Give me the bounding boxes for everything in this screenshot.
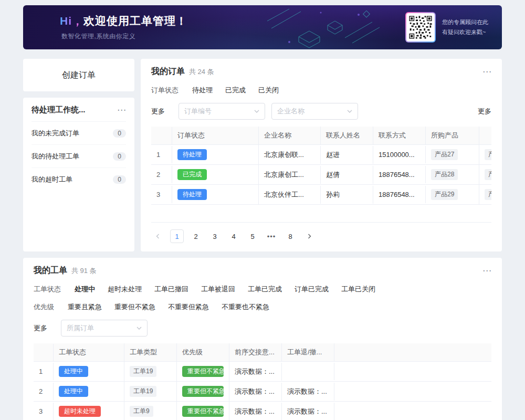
priority-badge: 重要但不紧急: [182, 366, 224, 377]
orders-more-menu-icon[interactable]: ⋯: [482, 67, 491, 76]
table-row[interactable]: 1 待处理 北京康创联... 赵进 15100000... 产品27 产: [151, 145, 491, 165]
company-name-select[interactable]: 企业名称: [271, 103, 358, 120]
filter-option-order-done[interactable]: 订单已完成: [295, 285, 329, 294]
banner-text-block: Hi，欢迎使用工单管理！ 数智化管理,系统由你定义: [60, 14, 187, 41]
orders-table-header: 订单状态 企业名称 联系人姓名 联系方式 所购产品: [151, 127, 491, 145]
pagination-page-2[interactable]: 2: [189, 229, 203, 243]
pagination-page-3[interactable]: 3: [208, 229, 222, 243]
column-header-withdraw: 工单退/撤...: [282, 343, 334, 361]
filter-option-done[interactable]: 已完成: [225, 86, 246, 95]
filter-option-not-important-not-urgent[interactable]: 不重要也不紧急: [222, 302, 269, 312]
row-index: 3: [34, 403, 54, 420]
banner-title-hi: Hi，: [60, 15, 83, 27]
table-row[interactable]: 1 处理中 工单19 重要但不紧急 演示数据：...: [34, 362, 491, 382]
column-header-handover: 前序交接意...: [229, 343, 282, 361]
filter-option-processing[interactable]: 处理中: [75, 285, 95, 294]
handover-cell: 演示数据：...: [229, 363, 282, 381]
list-item[interactable]: 我的待处理工单 0: [32, 145, 126, 168]
table-row[interactable]: 3 超时未处理 工单9 重要但不紧急 演示数据：... 演示数据：...: [34, 402, 491, 420]
filter-option-important-not-urgent[interactable]: 重要但不紧急: [114, 302, 155, 312]
stats-item-label: 我的未完成订单: [32, 129, 79, 138]
table-empty-row: [151, 205, 491, 223]
pagination-next-icon[interactable]: [302, 229, 316, 243]
order-status-filter: 订单状态 待处理 已完成 已关闭: [151, 86, 491, 95]
pagination-ellipsis-icon[interactable]: •••: [265, 229, 278, 243]
table-row[interactable]: 3 待处理 北京伙伴工... 孙莉 18876548... 产品29 产: [151, 185, 491, 205]
contact-cell: 赵进: [321, 146, 373, 164]
stats-more-menu-icon[interactable]: ⋯: [117, 106, 126, 114]
filter-option-overdue[interactable]: 超时未处理: [108, 285, 142, 294]
chevron-down-icon: [136, 327, 142, 330]
column-header-priority: 优先级: [177, 343, 229, 361]
phone-cell: 15100000...: [373, 146, 426, 163]
page: Hi，欢迎使用工单管理！ 数智化管理,系统由你定义: [0, 0, 525, 420]
products-cell: 产品28: [426, 165, 479, 184]
product-tag: 产品29: [431, 189, 458, 200]
filter-option-recalled[interactable]: 工单已撤回: [154, 285, 188, 294]
order-number-select[interactable]: 订单编号: [178, 103, 265, 120]
stats-card-title: 待处理工作统...: [32, 105, 86, 115]
product-tag: 产: [485, 149, 491, 160]
handover-cell: 演示数据：...: [229, 383, 282, 401]
table-row[interactable]: 2 处理中 工单19 重要但不紧急 演示数据：... 演示数据：...: [34, 382, 491, 402]
create-order-button[interactable]: 创建订单: [23, 59, 134, 91]
orders-more-link[interactable]: 更多: [478, 107, 491, 116]
status-badge: 待处理: [177, 149, 207, 160]
phone-cell: 18876548...: [373, 166, 426, 183]
priority-filter: 优先级 重要且紧急 重要但不紧急 不重要但紧急 不重要也不紧急: [34, 302, 491, 312]
pagination: 1 2 3 4 5 ••• 8: [151, 229, 491, 243]
tickets-table: 工单状态 工单类型 优先级 前序交接意... 工单退/撤... 1 处理中 工单…: [34, 343, 491, 420]
stats-item-label: 我的超时工单: [32, 175, 72, 184]
filter-option-closed[interactable]: 已关闭: [258, 86, 279, 95]
priority-filter-label: 优先级: [34, 302, 54, 312]
ticket-type-tag: 工单9: [130, 406, 153, 417]
pagination-page-last[interactable]: 8: [284, 229, 297, 243]
ticket-status-filter: 工单状态 处理中 超时未处理 工单已撤回 工单被退回 工单已完成 订单已完成 工…: [34, 285, 491, 294]
filter-option-ticket-closed[interactable]: 工单已关闭: [341, 285, 375, 294]
filter-option-ticket-done[interactable]: 工单已完成: [248, 285, 282, 294]
pagination-page-5[interactable]: 5: [246, 229, 259, 243]
column-header-phone: 联系方式: [373, 127, 426, 144]
chevron-down-icon: [254, 110, 259, 113]
filter-option-not-important-urgent[interactable]: 不重要但紧急: [168, 302, 209, 312]
ticket-type-tag: 工单19: [130, 386, 156, 397]
tickets-more-row: 更多 所属订单: [34, 320, 491, 337]
product-tag: 产: [485, 189, 491, 200]
banner-title: Hi，欢迎使用工单管理！: [60, 14, 187, 28]
orders-panel-title: 我的订单: [151, 66, 185, 77]
count-badge: 0: [113, 175, 126, 184]
banner-title-rest: 欢迎使用工单管理！: [83, 15, 187, 27]
column-header-index: [151, 127, 172, 144]
order-number-placeholder: 订单编号: [184, 107, 212, 116]
parent-order-select[interactable]: 所属订单: [61, 320, 148, 337]
column-header-filler: [334, 344, 491, 361]
parent-order-placeholder: 所属订单: [67, 323, 94, 333]
welcome-banner: Hi，欢迎使用工单管理！ 数智化管理,系统由你定义: [23, 5, 502, 49]
pending-stats-card: 待处理工作统... ⋯ 我的未完成订单 0 我的待处理工单 0 我的超时工单 0: [23, 98, 134, 251]
pagination-page-1[interactable]: 1: [170, 229, 184, 243]
list-item[interactable]: 我的未完成订单 0: [32, 122, 126, 145]
tickets-more-label[interactable]: 更多: [34, 323, 47, 333]
qr-caption-line1: 您的专属顾问在此: [442, 17, 488, 27]
stats-item-label: 我的待处理工单: [32, 152, 79, 161]
order-status-filter-label: 订单状态: [151, 86, 178, 95]
count-badge: 0: [113, 129, 126, 138]
qr-caption-line2: 有疑问欢迎来戳~: [442, 27, 488, 37]
pagination-page-4[interactable]: 4: [227, 229, 240, 243]
filter-option-returned[interactable]: 工单被退回: [201, 285, 235, 294]
tickets-more-menu-icon[interactable]: ⋯: [482, 266, 491, 275]
orders-more-label[interactable]: 更多: [151, 107, 165, 116]
handover-cell: 演示数据：...: [229, 403, 282, 420]
pagination-prev-icon[interactable]: [151, 229, 165, 243]
list-item[interactable]: 我的超时工单 0: [32, 168, 126, 191]
filter-option-important-urgent[interactable]: 重要且紧急: [68, 302, 102, 312]
column-header-index: [34, 344, 54, 361]
qr-caption: 您的专属顾问在此 有疑问欢迎来戳~: [442, 17, 488, 37]
row-index: 2: [151, 166, 172, 183]
priority-badge: 重要但不紧急: [182, 406, 224, 417]
ticket-status-filter-label: 工单状态: [34, 285, 61, 294]
table-row[interactable]: 2 已完成 北京康创工... 赵倩 18876548... 产品28 产: [151, 165, 491, 185]
banner-subtitle: 数智化管理,系统由你定义: [60, 32, 187, 41]
filter-option-pending[interactable]: 待处理: [192, 86, 213, 95]
column-header-contact: 联系人姓名: [321, 127, 373, 144]
